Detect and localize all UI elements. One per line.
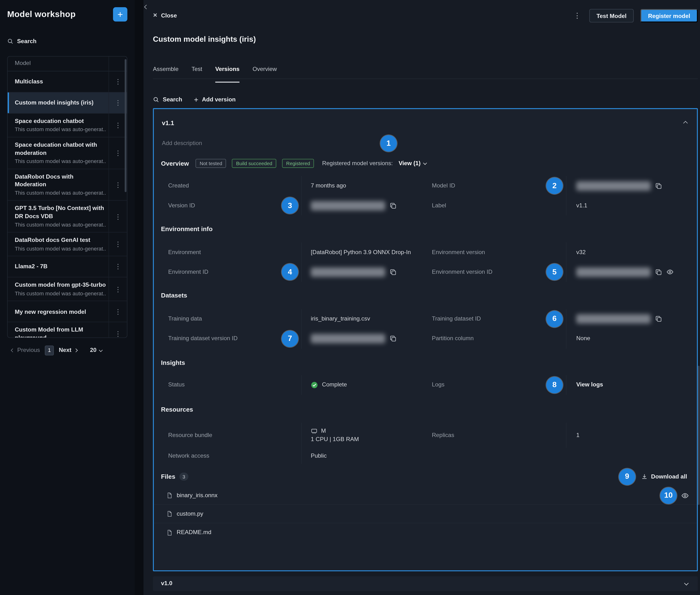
detail-header-bar: ✕ Close ⋮ Test Model Register model [153,9,698,22]
kebab-icon: ⋮ [115,307,121,316]
collapse-panel-button[interactable] [145,3,148,11]
current-page-indicator[interactable]: 1 [45,345,54,355]
version-card-v1-0[interactable]: v1.0 [153,576,698,591]
sidebar-item-datarobot-docs-genai-test[interactable]: DataRobot docs GenAI test This custom mo… [8,232,127,256]
copy-icon[interactable] [390,269,396,276]
main-scrollbar[interactable] [698,366,700,505]
sidebar-main-divider [134,0,144,595]
annotation-8: 8 [546,377,563,393]
more-actions-button[interactable]: ⋮ [572,11,583,20]
kebab-menu-button[interactable]: ⋮ [109,212,127,221]
download-all-button[interactable]: 9 Download all [619,468,687,485]
sidebar-search[interactable]: Search [0,38,134,45]
copy-icon[interactable] [655,182,662,189]
kebab-menu-button[interactable]: ⋮ [109,330,127,338]
registered-versions-label: Registered model versions: [322,160,393,167]
sidebar-item-custom-model-from-llm-playground[interactable]: Custom Model from LLM playground ⋮ [8,322,127,338]
kebab-menu-button[interactable]: ⋮ [109,240,127,249]
model-name: Multiclass [15,78,106,86]
annotation-10: 10 [660,487,677,504]
insights-heading: Insights [154,359,697,367]
file-row-binary-iris-onnx[interactable]: binary_iris.onnx 10 [154,486,697,505]
kebab-menu-button[interactable]: ⋮ [109,121,127,130]
chevron-left-icon [144,5,149,9]
annotation-9: 9 [619,468,635,485]
add-description-field[interactable]: Add description 1 [154,140,697,147]
kebab-menu-button[interactable]: ⋮ [109,77,127,86]
redacted-environment-version-id [576,267,651,277]
file-icon [166,511,173,517]
training-dataset-version-id-value: 7 [301,329,423,348]
copy-icon[interactable] [655,315,662,322]
model-description: This custom model was auto-generat... [15,245,106,252]
sidebar-item-space-education-chatbot[interactable]: Space education chatbot This custom mode… [8,113,127,137]
sidebar-item-llama2-7b[interactable]: Llama2 - 7B ⋮ [8,256,127,277]
versions-search-button[interactable]: Search [153,96,182,104]
kebab-menu-button[interactable]: ⋮ [109,149,127,158]
sidebar-scrollbar[interactable] [125,59,126,192]
kebab-icon: ⋮ [574,11,581,19]
sidebar-item-datarobot-docs-with-moderation[interactable]: DataRobot Docs with Moderation This cust… [8,169,127,201]
kebab-menu-button[interactable]: ⋮ [109,307,127,316]
tab-test[interactable]: Test [191,65,202,78]
registered-versions-dropdown[interactable]: View (1) [399,160,426,167]
redacted-model-id [576,181,651,191]
resource-bundle-icon [311,428,317,434]
environment-info-heading: Environment info [154,225,697,233]
plus-icon: + [117,8,123,20]
tab-versions[interactable]: Versions [215,65,239,78]
model-name: DataRobot docs GenAI test [15,236,106,244]
kebab-menu-button[interactable]: ⋮ [109,262,127,271]
files-list: binary_iris.onnx 10 custom.py README.md [154,486,697,542]
created-value: 7 months ago [301,176,423,196]
close-button[interactable]: ✕ Close [153,12,177,20]
search-icon [7,38,13,45]
sidebar-item-my-new-regression-model[interactable]: My new regression model ⋮ [8,301,127,322]
kebab-icon: ⋮ [115,98,121,107]
model-name: Custom Model from LLM playground [15,326,106,338]
copy-icon[interactable] [390,335,396,342]
previous-page-button[interactable]: Previous [12,347,40,354]
eye-icon[interactable] [666,268,674,276]
main-panel: ✕ Close ⋮ Test Model Register model Cust… [144,0,700,595]
tab-overview[interactable]: Overview [252,65,277,78]
file-row-custom-py[interactable]: custom.py [154,505,697,523]
files-heading: Files [161,473,175,481]
add-model-button[interactable]: + [113,7,127,22]
file-row-readme-md[interactable]: README.md [154,523,697,542]
redacted-environment-id [311,267,385,277]
sidebar-item-gpt35-turbo-no-context[interactable]: GPT 3.5 Turbo [No Context] with DR Docs … [8,201,127,232]
sidebar-item-custom-model-from-gpt35-turbo[interactable]: Custom model from gpt-35-turbo This cust… [8,277,127,301]
sidebar-item-custom-model-insights-iris[interactable]: Custom model insights (iris) ⋮ [8,92,127,113]
field-row: Version ID 3 Label v1.1 [154,196,697,216]
eye-icon[interactable] [681,492,689,499]
annotation-6: 6 [546,311,563,327]
copy-icon[interactable] [655,269,662,276]
chevron-left-icon [11,349,15,352]
add-version-button[interactable]: + Add version [194,96,236,104]
register-model-button[interactable]: Register model [640,9,698,22]
chevron-down-icon [423,161,427,165]
kebab-icon: ⋮ [115,149,121,158]
chevron-up-icon [683,121,688,125]
sidebar-item-space-education-chatbot-moderation[interactable]: Space education chatbot with moderation … [8,137,127,169]
label-value: v1.1 [566,196,697,216]
collapse-version-button[interactable] [684,119,687,127]
page-size-select[interactable]: 20 [90,347,102,354]
kebab-icon: ⋮ [115,121,121,130]
resource-bundle-spec: 1 CPU | 1GB RAM [311,436,359,444]
sidebar-item-multiclass[interactable]: Multiclass ⋮ [8,71,127,92]
test-model-button[interactable]: Test Model [589,9,634,22]
kebab-icon: ⋮ [115,285,121,294]
view-logs-button[interactable]: View logs [576,381,603,389]
files-count-badge: 3 [179,473,188,481]
model-name: DataRobot Docs with Moderation [15,173,106,189]
next-page-button[interactable]: Next [59,347,77,354]
kebab-menu-button[interactable]: ⋮ [109,98,127,107]
copy-icon[interactable] [390,202,396,209]
kebab-menu-button[interactable]: ⋮ [109,285,127,294]
kebab-menu-button[interactable]: ⋮ [109,180,127,189]
resource-bundle-value: M 1 CPU | 1GB RAM [301,423,423,448]
training-data-label: Training data [154,315,301,323]
tab-assemble[interactable]: Assemble [153,65,179,78]
